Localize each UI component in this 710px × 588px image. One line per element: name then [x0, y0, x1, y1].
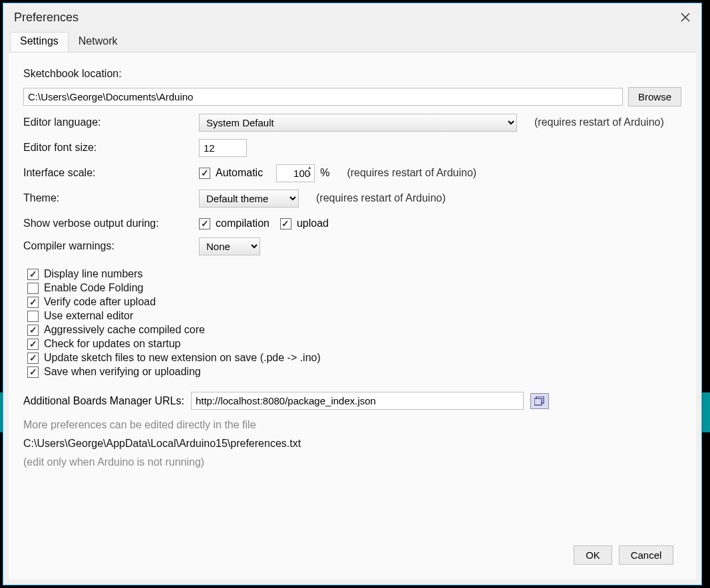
check-updates-checkbox[interactable] — [27, 339, 39, 350]
scale-auto-label: Automatic — [216, 167, 263, 179]
scale-label: Interface scale: — [23, 167, 194, 179]
cache-core-label: Aggressively cache compiled core — [44, 324, 205, 336]
boards-url-expand-icon[interactable] — [530, 393, 549, 409]
sketchbook-path-input[interactable] — [23, 88, 623, 106]
titlebar: Preferences — [3, 3, 701, 31]
scale-hint: (requires restart of Arduino) — [347, 167, 476, 179]
tab-network[interactable]: Network — [69, 32, 128, 52]
sketchbook-label: Sketchbook location: — [23, 68, 194, 80]
edit-only-text: (edit only when Arduino is not running) — [23, 456, 681, 468]
warnings-select[interactable]: None — [199, 237, 260, 255]
verbose-compilation-label: compilation — [216, 218, 269, 229]
fontsize-input[interactable] — [199, 139, 247, 157]
ok-button[interactable]: OK — [574, 545, 612, 565]
fontsize-label: Editor font size: — [23, 142, 194, 154]
save-verify-label: Save when verifying or uploading — [44, 366, 201, 378]
dialog-footer: OK Cancel — [23, 539, 681, 571]
verify-upload-label: Verify code after upload — [44, 296, 156, 308]
update-ext-checkbox[interactable] — [27, 353, 39, 364]
save-verify-checkbox[interactable] — [27, 367, 39, 378]
theme-label: Theme: — [23, 192, 194, 204]
code-folding-label: Enable Code Folding — [44, 282, 143, 294]
more-prefs-text: More preferences can be edited directly … — [23, 419, 681, 431]
warnings-label: Compiler warnings: — [23, 240, 194, 252]
preferences-dialog: Preferences Settings Network Sketchbook … — [3, 3, 702, 585]
cancel-button[interactable]: Cancel — [619, 545, 673, 565]
scale-spinner[interactable]: ▲▼ — [305, 166, 313, 181]
external-editor-label: Use external editor — [44, 310, 133, 322]
scale-auto-checkbox[interactable] — [199, 168, 210, 179]
svg-rect-1 — [534, 398, 542, 405]
verify-upload-checkbox[interactable] — [27, 297, 39, 308]
settings-panel: Sketchbook location: Browse Editor langu… — [9, 52, 696, 579]
language-label: Editor language: — [23, 116, 194, 128]
verbose-upload-label: upload — [297, 218, 329, 229]
code-folding-checkbox[interactable] — [27, 283, 39, 294]
dialog-title: Preferences — [14, 11, 79, 25]
theme-select[interactable]: Default theme — [199, 190, 299, 208]
language-hint: (requires restart of Arduino) — [534, 116, 664, 128]
external-editor-checkbox[interactable] — [27, 311, 39, 322]
close-icon[interactable] — [677, 9, 693, 25]
prefs-file-path[interactable]: C:\Users\George\AppData\Local\Arduino15\… — [23, 438, 681, 450]
line-numbers-label: Display line numbers — [44, 268, 143, 280]
boards-url-input[interactable] — [191, 392, 524, 410]
check-updates-label: Check for updates on startup — [44, 338, 180, 350]
tabs: Settings Network — [3, 31, 701, 52]
cache-core-checkbox[interactable] — [27, 325, 39, 336]
verbose-upload-checkbox[interactable] — [280, 218, 291, 229]
update-ext-label: Update sketch files to new extension on … — [44, 352, 321, 364]
theme-hint: (requires restart of Arduino) — [316, 192, 446, 204]
browse-button[interactable]: Browse — [628, 87, 681, 106]
scale-pct: % — [320, 167, 329, 179]
verbose-compilation-checkbox[interactable] — [199, 218, 210, 229]
options-list: Display line numbers Enable Code Folding… — [23, 266, 681, 380]
language-select[interactable]: System Default — [199, 114, 517, 132]
tab-settings[interactable]: Settings — [10, 32, 69, 52]
line-numbers-checkbox[interactable] — [27, 269, 39, 280]
verbose-label: Show verbose output during: — [23, 218, 194, 229]
boards-url-label: Additional Boards Manager URLs: — [23, 395, 184, 407]
